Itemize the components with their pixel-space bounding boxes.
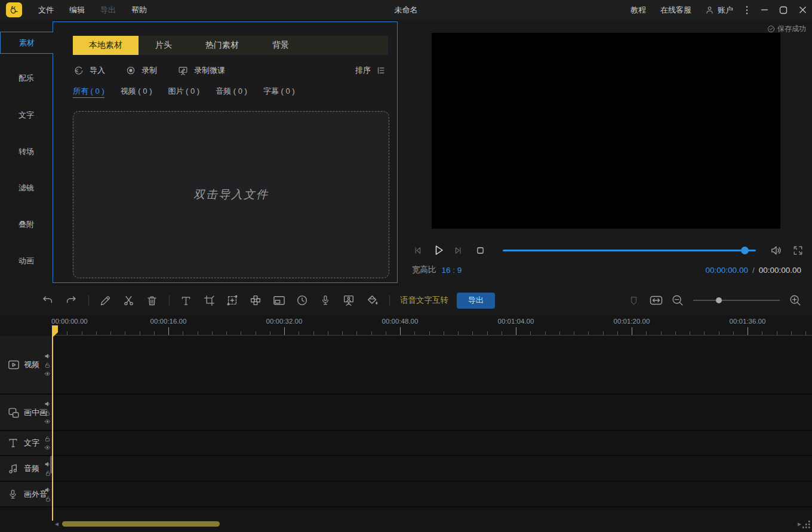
record-lesson-label: 录制微课 — [194, 65, 225, 76]
track-volume-icon[interactable] — [44, 353, 51, 360]
material-panel: 本地素材 片头 热门素材 背景 导入 录制 录制微课 排序 所有 — [53, 21, 398, 283]
track-lock-icon[interactable] — [44, 362, 51, 369]
record-button[interactable]: 录制 — [125, 65, 157, 76]
undo-button[interactable] — [41, 293, 55, 307]
stop-button[interactable] — [473, 243, 487, 257]
filter-audio[interactable]: 音频 ( 0 ) — [216, 86, 247, 98]
video-canvas[interactable] — [432, 33, 780, 229]
redo-button[interactable] — [64, 293, 78, 307]
tab-hot-material[interactable]: 热门素材 — [189, 36, 256, 55]
tab-background[interactable]: 背景 — [256, 36, 306, 55]
split-scissors-button[interactable] — [121, 293, 136, 307]
seek-slider[interactable] — [503, 250, 756, 251]
zoom-out-button[interactable] — [670, 293, 685, 307]
webcam-presenter-button[interactable] — [342, 293, 356, 307]
sidebar-item-animation[interactable]: 动画 — [0, 252, 53, 270]
filter-image[interactable]: 图片 ( 0 ) — [168, 86, 199, 98]
material-tabs: 本地素材 片头 热门素材 背景 — [73, 36, 388, 55]
aspect-ratio-value[interactable]: 16 : 9 — [442, 266, 462, 275]
duration-clock-button[interactable] — [295, 293, 309, 307]
mosaic-button[interactable] — [248, 293, 263, 307]
delete-trash-button[interactable] — [144, 293, 159, 307]
track-pip-header: 画中画 — [0, 395, 53, 430]
export-button[interactable]: 导出 — [457, 293, 495, 309]
tab-intro[interactable]: 片头 — [139, 36, 189, 55]
ruler-label: 00:00:32.00 — [266, 318, 303, 325]
track-eye-icon[interactable] — [44, 418, 51, 425]
sort-list-icon — [376, 65, 386, 76]
track-lock-icon[interactable] — [44, 435, 51, 442]
timeline-zoom-thumb[interactable] — [716, 297, 722, 303]
import-button[interactable]: 导入 — [73, 65, 105, 76]
filter-video[interactable]: 视频 ( 0 ) — [121, 86, 152, 98]
track-pip-lane[interactable] — [53, 395, 812, 430]
speech-text-convert-button[interactable]: 语音文字互转 — [400, 295, 448, 306]
sidebar-item-transition[interactable]: 转场 — [0, 143, 53, 161]
scroll-arrow-left-icon[interactable]: ◄ — [53, 521, 61, 527]
fullscreen-button[interactable] — [791, 243, 805, 257]
track-label: 音频 — [24, 463, 39, 474]
record-label: 录制 — [142, 65, 157, 76]
track-volume-icon[interactable] — [44, 486, 51, 493]
region-select-button[interactable] — [225, 293, 239, 307]
play-button[interactable] — [431, 243, 445, 257]
time-display: 00:00:00.00 / 00:00:00.00 — [706, 266, 801, 275]
menu-file[interactable]: 文件 — [32, 2, 60, 18]
maximize-button[interactable] — [774, 0, 793, 20]
track-video-lane[interactable] — [53, 336, 812, 393]
sort-button[interactable]: 排序 — [355, 65, 386, 76]
marker-button[interactable] — [626, 293, 641, 307]
sidebar-item-text[interactable]: 文字 — [0, 106, 53, 124]
window-title: 未命名 — [395, 5, 418, 16]
menu-edit[interactable]: 编辑 — [63, 2, 91, 18]
track-eye-icon[interactable] — [44, 371, 51, 377]
music-track-icon — [7, 462, 20, 475]
fit-timeline-button[interactable] — [649, 293, 663, 307]
voiceover-mic-button[interactable] — [318, 293, 333, 307]
edit-pencil-button[interactable] — [98, 293, 112, 307]
resize-grip-icon[interactable] — [801, 519, 811, 529]
tutorial-link[interactable]: 教程 — [623, 5, 653, 16]
timeline-ruler[interactable] — [53, 327, 812, 336]
timeline-zoom-slider[interactable] — [693, 300, 780, 301]
sidebar-item-overlay[interactable]: 叠附 — [0, 216, 53, 233]
pip-track-icon — [7, 406, 20, 419]
voiceover-track-icon — [7, 488, 19, 500]
app-logo-icon[interactable] — [6, 2, 22, 17]
timeline-scroll-thumb[interactable] — [62, 521, 220, 527]
filter-subtitle[interactable]: 字幕 ( 0 ) — [263, 86, 295, 98]
track-lock-icon[interactable] — [45, 495, 51, 502]
seek-slider-thumb[interactable] — [741, 247, 749, 254]
timeline-horizontal-scrollbar: ◄ ► — [0, 519, 812, 528]
track-voiceover-lane[interactable] — [53, 482, 812, 506]
close-button[interactable] — [793, 0, 812, 20]
paint-bucket-button[interactable] — [365, 293, 379, 307]
zoom-in-button[interactable] — [788, 293, 802, 307]
record-lesson-icon — [177, 65, 189, 76]
track-text: 文字 — [0, 431, 812, 456]
account-button[interactable]: 账户 — [699, 5, 739, 16]
track-audio-lane[interactable] — [53, 456, 812, 481]
record-lesson-button[interactable]: 录制微课 — [177, 65, 225, 76]
minimize-button[interactable] — [755, 0, 774, 20]
tab-local-material[interactable]: 本地素材 — [73, 36, 139, 55]
picture-in-picture-button[interactable] — [272, 293, 286, 307]
sidebar-item-music[interactable]: 配乐 — [0, 69, 53, 87]
volume-button[interactable] — [769, 243, 783, 257]
track-volume-icon[interactable] — [44, 400, 51, 407]
next-frame-button[interactable] — [450, 243, 465, 257]
track-lock-icon[interactable] — [44, 409, 51, 416]
text-tool-button[interactable] — [179, 293, 193, 307]
support-link[interactable]: 在线客服 — [653, 5, 699, 16]
filter-all[interactable]: 所有 ( 0 ) — [73, 86, 104, 98]
sidebar-item-material[interactable]: 素材 — [0, 32, 53, 54]
kebab-menu-icon[interactable] — [739, 0, 755, 20]
track-text-lane[interactable] — [53, 431, 812, 455]
titlebar-right: 教程 在线客服 账户 — [623, 0, 812, 20]
prev-frame-button[interactable] — [411, 243, 425, 257]
import-dropzone[interactable]: 双击导入文件 — [73, 111, 389, 278]
crop-button[interactable] — [202, 293, 216, 307]
menu-help[interactable]: 帮助 — [125, 2, 153, 18]
track-eye-icon[interactable] — [44, 444, 51, 451]
sidebar-item-filter[interactable]: 滤镜 — [0, 179, 53, 197]
